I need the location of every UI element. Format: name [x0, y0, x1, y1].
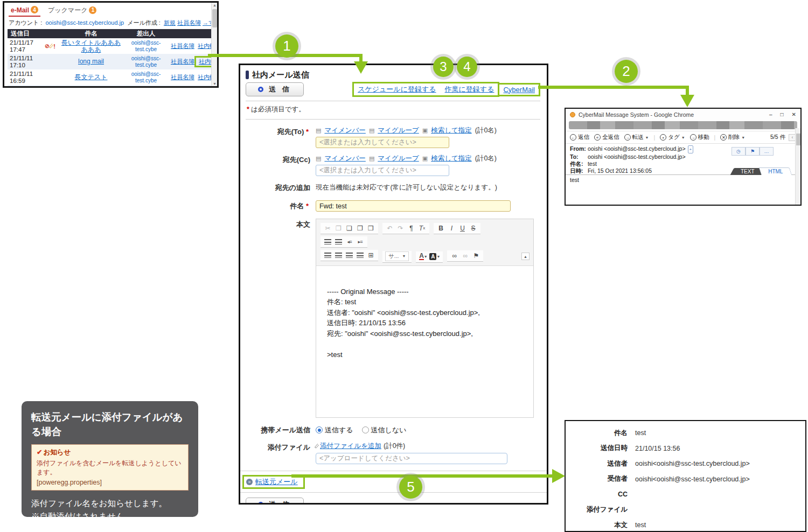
search-specify-link[interactable]: 検索して指定	[431, 126, 472, 135]
bulleted-list-icon[interactable]	[334, 237, 343, 246]
group-list-icon: ▤	[369, 127, 374, 134]
mail-subject-link[interactable]: long mail	[78, 58, 104, 65]
table-icon[interactable]: ⊞	[366, 250, 375, 260]
paste-icon[interactable]: ❏	[345, 223, 354, 233]
paste-word-icon[interactable]: ❒	[366, 223, 375, 233]
roster-link[interactable]: 社員名簿	[177, 19, 201, 26]
anchor-flag-icon[interactable]: ⚑	[471, 251, 480, 260]
minimize-icon[interactable]: –	[769, 111, 772, 117]
close-icon[interactable]: ✕	[792, 111, 796, 117]
editor-toolbar: ✂ ❐ ❏ ❐ ❒ ↶ ↷ ¶ Tx	[316, 219, 533, 265]
roster-action-link[interactable]: 社員名簿	[171, 43, 194, 49]
my-members-link[interactable]: マイメンバー	[324, 126, 365, 135]
tab-email-badge: 4	[31, 6, 38, 13]
numbered-list-icon[interactable]	[323, 237, 332, 246]
font-size-dropdown[interactable]: サ...▼	[385, 251, 409, 261]
mail-body-textarea[interactable]: ----- Original Message ----- 件名: test 送信…	[316, 265, 533, 417]
page-title: 社内メール送信	[246, 68, 540, 81]
addr-add-label: 宛先の追加	[246, 182, 310, 193]
scroll-up-icon[interactable]: ▲	[212, 3, 218, 7]
step34-highlight-box: スケジュールに登録する 作業に登録する	[352, 82, 499, 97]
register-task-link[interactable]: 作業に登録する	[445, 85, 494, 94]
italic-icon[interactable]: I	[447, 223, 456, 233]
tab-bookmark[interactable]: ブックマーク1	[46, 5, 99, 17]
more-options-icon[interactable]: …	[760, 147, 774, 156]
url-bar-redacted[interactable]	[569, 121, 797, 129]
roster-action-link[interactable]: 社員名簿	[171, 58, 194, 65]
align-right-icon[interactable]	[345, 250, 354, 260]
select-all-icon[interactable]: ¶	[407, 223, 416, 233]
mail-row: 21/10/26 ⊘ ooishi@ssc-	[8, 85, 214, 88]
undo-icon[interactable]: ↶	[385, 223, 394, 233]
forward-button[interactable]: →転送▼	[624, 134, 649, 141]
forward-source-link[interactable]: 転送元メール	[255, 477, 298, 487]
underline-icon[interactable]: U	[458, 223, 467, 233]
outdent-icon[interactable]: ◂≡	[345, 237, 354, 246]
my-members-link[interactable]: マイメンバー	[324, 154, 365, 163]
cut-icon[interactable]: ✂	[323, 223, 332, 233]
send-button-top[interactable]: 送 信	[246, 82, 304, 96]
tab-email[interactable]: e-Mail4	[9, 5, 40, 17]
search-specify-link[interactable]: 検索して指定	[431, 154, 472, 163]
copy-icon[interactable]: ❐	[334, 223, 343, 233]
redo-icon[interactable]: ↷	[396, 223, 405, 233]
radio-send[interactable]: 送信する	[316, 425, 353, 435]
move-button[interactable]: →移動	[690, 134, 709, 141]
link-icon[interactable]: ∞	[450, 251, 459, 260]
indent-icon[interactable]: ▸≡	[356, 237, 365, 246]
roster-action-link[interactable]: 社員名簿	[171, 74, 194, 80]
schedule-clock-icon[interactable]: ◷	[732, 147, 746, 156]
align-center-icon[interactable]	[334, 250, 343, 260]
mail-list-tabs: e-Mail4 ブックマーク1	[8, 4, 210, 17]
mail-subject-link[interactable]: 長いタイトルああああああ	[61, 39, 121, 53]
cc-input[interactable]: <選択または入力してください>	[316, 165, 449, 176]
detail-row: 添付ファイル	[566, 502, 805, 518]
scroll-thumb[interactable]	[212, 9, 217, 27]
unlink-icon[interactable]: ∞	[461, 251, 470, 260]
paste-text-icon[interactable]: ❐	[356, 223, 365, 233]
reply-all-button[interactable]: «全返信	[594, 134, 619, 141]
mail-row: 21/11/1117:10 long mail ooishi@ssc-test.…	[8, 54, 214, 69]
detail-row: 送信日時21/10/15 13:56	[566, 441, 805, 457]
align-left-icon[interactable]	[323, 250, 332, 260]
expand-plus-icon[interactable]: +	[688, 145, 694, 153]
subject-input[interactable]: Fwd: test	[316, 200, 511, 212]
to-input[interactable]: <選択または入力してください>	[316, 137, 449, 148]
cc-count: (計0名)	[475, 154, 497, 163]
mail-body-view: test	[566, 174, 800, 206]
bold-icon[interactable]: B	[436, 223, 445, 233]
my-groups-link[interactable]: マイグループ	[378, 126, 419, 135]
register-schedule-link[interactable]: スケジュールに登録する	[358, 85, 436, 94]
reply-button[interactable]: ←返信	[570, 134, 589, 141]
add-attachment-link[interactable]: 添付ファイルを追加	[320, 442, 381, 451]
attach-label: 添付ファイル	[246, 442, 310, 464]
delete-button[interactable]: ✕削除▼	[720, 134, 745, 141]
mail-table: 送信日 件名 差出人 21/11/1717:47 ⊘ ! 長いタイトルあああああ…	[8, 29, 214, 88]
flag-icon[interactable]: ⚑	[746, 147, 760, 156]
toolbar-collapse-button[interactable]: ▲	[521, 253, 530, 260]
scroll-thumb[interactable]	[796, 134, 800, 145]
bg-color-icon[interactable]: A▼	[429, 252, 440, 261]
align-justify-icon[interactable]	[356, 250, 365, 260]
scrollbar[interactable]	[795, 128, 800, 205]
account-email[interactable]: ooishi@ssc-test.cybercloud.jp	[45, 19, 124, 26]
tag-button[interactable]: •タグ▼	[660, 134, 685, 141]
body-label: 本文	[246, 219, 310, 418]
new-mail-link[interactable]: 新規	[164, 19, 176, 26]
step2-highlight-box: CyberMail	[498, 83, 540, 96]
radio-no-send[interactable]: 送信しない	[362, 425, 407, 435]
strikethrough-icon[interactable]: S	[469, 223, 478, 233]
remove-format-icon[interactable]: Tx	[417, 223, 427, 233]
send-button-bottom[interactable]: 送 信	[246, 498, 304, 505]
maximize-icon[interactable]: □	[781, 111, 784, 117]
scroll-down-icon[interactable]: ▼	[212, 82, 218, 86]
scrollbar[interactable]: ▲ ▼	[211, 3, 217, 86]
text-color-icon[interactable]: A▼	[419, 252, 428, 261]
mail-subject-link[interactable]: 長文テスト	[75, 73, 108, 81]
tab-html-view[interactable]: HTML	[758, 167, 792, 175]
my-groups-link[interactable]: マイグループ	[378, 154, 419, 163]
step-circle-1: 1	[275, 34, 298, 58]
cybermail-link[interactable]: CyberMail	[503, 86, 535, 94]
attach-input[interactable]: <アップロードしてください>	[316, 453, 507, 464]
detail-panel: 件名test 送信日時21/10/15 13:56 送信者ooishi<oois…	[565, 420, 806, 532]
